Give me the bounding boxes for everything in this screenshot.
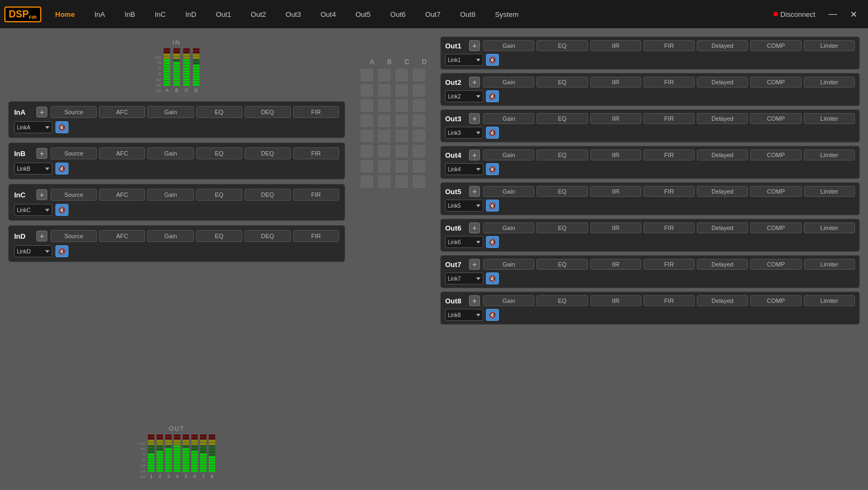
out-proc-btn-out2-delayed[interactable]: Delayed <box>697 77 748 88</box>
proc-btn-ind-deq[interactable]: DEQ <box>245 230 291 242</box>
out-link-select-out3[interactable]: Link1Link2Link3Link4Link5Link6Link7Link8… <box>445 127 483 139</box>
proc-btn-ind-afc[interactable]: AFC <box>99 230 145 242</box>
nav-tab-out4[interactable]: Out4 <box>311 6 346 23</box>
out-proc-btn-out1-eq[interactable]: EQ <box>536 40 588 51</box>
out-mute-btn-out1[interactable]: 🔇 <box>486 54 499 66</box>
out-proc-btn-out7-limiter[interactable]: Limiter <box>804 259 855 270</box>
proc-btn-inb-deq[interactable]: DEQ <box>245 147 291 159</box>
proc-btn-ind-source[interactable]: Source <box>51 230 97 242</box>
out-proc-btn-out6-eq[interactable]: EQ <box>536 222 588 233</box>
out-proc-btn-out3-delayed[interactable]: Delayed <box>697 113 748 124</box>
matrix-cell-3-3[interactable] <box>412 114 426 128</box>
proc-btn-inc-deq[interactable]: DEQ <box>245 189 291 201</box>
out-proc-btn-out1-limiter[interactable]: Limiter <box>804 40 855 51</box>
matrix-cell-5-1[interactable] <box>377 144 391 158</box>
proc-btn-inb-eq[interactable]: EQ <box>196 147 242 159</box>
mute-btn-ind[interactable]: 🔇 <box>55 245 68 257</box>
out-proc-btn-out4-gain[interactable]: Gain <box>483 150 534 160</box>
proc-btn-ind-eq[interactable]: EQ <box>196 230 242 242</box>
matrix-cell-6-3[interactable] <box>412 159 426 173</box>
out-proc-btn-out5-comp[interactable]: COMP <box>750 186 801 197</box>
mute-btn-ina[interactable]: 🔇 <box>55 121 68 133</box>
out-proc-btn-out8-limiter[interactable]: Limiter <box>804 295 855 306</box>
out-plus-out1[interactable]: + <box>469 40 480 51</box>
nav-tab-ind[interactable]: InD <box>176 6 206 23</box>
out-proc-btn-out2-comp[interactable]: COMP <box>750 77 801 88</box>
matrix-cell-1-3[interactable] <box>412 83 426 97</box>
out-proc-btn-out7-eq[interactable]: EQ <box>536 259 588 270</box>
out-proc-btn-out8-delayed[interactable]: Delayed <box>697 295 748 306</box>
matrix-cell-7-3[interactable] <box>412 175 426 189</box>
minimize-button[interactable]: — <box>822 7 844 21</box>
out-proc-btn-out5-delayed[interactable]: Delayed <box>697 186 748 197</box>
out-proc-btn-out5-fir[interactable]: FIR <box>644 186 695 197</box>
out-proc-btn-out6-fir[interactable]: FIR <box>644 222 695 233</box>
out-proc-btn-out6-delayed[interactable]: Delayed <box>697 222 748 233</box>
disconnect-button[interactable]: Disconnect <box>767 7 822 22</box>
out-proc-btn-out6-gain[interactable]: Gain <box>483 222 534 233</box>
out-proc-btn-out3-eq[interactable]: EQ <box>536 113 588 124</box>
out-proc-btn-out6-iir[interactable]: IIR <box>590 222 641 233</box>
out-proc-btn-out4-delayed[interactable]: Delayed <box>697 150 748 160</box>
out-proc-btn-out3-comp[interactable]: COMP <box>750 113 801 124</box>
out-proc-btn-out5-gain[interactable]: Gain <box>483 186 534 197</box>
nav-tab-out7[interactable]: Out7 <box>415 6 450 23</box>
strip-plus-inc[interactable]: + <box>36 189 47 200</box>
nav-tab-home[interactable]: Home <box>46 6 85 23</box>
out-link-select-out4[interactable]: Link1Link2Link3Link4Link5Link6Link7Link8… <box>445 163 483 175</box>
out-proc-btn-out3-limiter[interactable]: Limiter <box>804 113 855 124</box>
out-proc-btn-out2-limiter[interactable]: Limiter <box>804 77 855 88</box>
out-proc-btn-out8-iir[interactable]: IIR <box>590 295 641 306</box>
proc-btn-ind-gain[interactable]: Gain <box>147 230 193 242</box>
out-mute-btn-out3[interactable]: 🔇 <box>486 127 499 139</box>
out-plus-out2[interactable]: + <box>469 77 480 88</box>
matrix-cell-7-2[interactable] <box>395 175 409 189</box>
nav-tab-out5[interactable]: Out5 <box>346 6 380 23</box>
strip-plus-inb[interactable]: + <box>36 148 47 159</box>
matrix-cell-7-1[interactable] <box>377 175 391 189</box>
matrix-cell-7-0[interactable] <box>360 175 374 189</box>
mute-btn-inc[interactable]: 🔇 <box>55 204 68 216</box>
nav-tab-out1[interactable]: Out1 <box>206 6 241 23</box>
nav-tab-inb[interactable]: InB <box>115 6 145 23</box>
out-plus-out5[interactable]: + <box>469 186 480 197</box>
out-link-select-out7[interactable]: Link1Link2Link3Link4Link5Link6Link7Link8… <box>445 272 483 284</box>
nav-tab-ina[interactable]: InA <box>85 6 115 23</box>
matrix-cell-2-3[interactable] <box>412 98 426 113</box>
out-proc-btn-out7-fir[interactable]: FIR <box>644 259 695 270</box>
matrix-cell-4-2[interactable] <box>395 129 409 143</box>
matrix-cell-4-1[interactable] <box>377 129 391 143</box>
proc-btn-ina-gain[interactable]: Gain <box>147 106 193 118</box>
out-mute-btn-out7[interactable]: 🔇 <box>486 272 499 284</box>
strip-plus-ina[interactable]: + <box>36 107 47 117</box>
matrix-cell-1-1[interactable] <box>377 83 391 97</box>
out-proc-btn-out2-gain[interactable]: Gain <box>483 77 534 88</box>
matrix-cell-0-0[interactable] <box>360 68 374 82</box>
proc-btn-ind-fir[interactable]: FIR <box>293 230 339 242</box>
matrix-cell-6-1[interactable] <box>377 159 391 173</box>
matrix-cell-3-0[interactable] <box>360 114 374 128</box>
out-proc-btn-out7-gain[interactable]: Gain <box>483 259 534 270</box>
out-plus-out8[interactable]: + <box>469 295 480 306</box>
out-proc-btn-out8-gain[interactable]: Gain <box>483 295 534 306</box>
out-proc-btn-out2-iir[interactable]: IIR <box>590 77 641 88</box>
link-select-ind[interactable]: LinkDNone <box>14 245 52 257</box>
strip-plus-ind[interactable]: + <box>36 231 47 241</box>
proc-btn-inc-eq[interactable]: EQ <box>196 189 242 201</box>
out-plus-out3[interactable]: + <box>469 113 480 124</box>
link-select-inc[interactable]: LinkCNone <box>14 204 52 216</box>
out-mute-btn-out4[interactable]: 🔇 <box>486 163 499 175</box>
out-proc-btn-out7-comp[interactable]: COMP <box>750 259 801 270</box>
matrix-cell-2-2[interactable] <box>395 98 409 113</box>
out-proc-btn-out3-fir[interactable]: FIR <box>644 113 695 124</box>
proc-btn-inc-fir[interactable]: FIR <box>293 189 339 201</box>
link-select-ina[interactable]: LinkANoneLinkB <box>14 121 52 133</box>
out-plus-out7[interactable]: + <box>469 259 480 270</box>
out-mute-btn-out8[interactable]: 🔇 <box>486 309 499 321</box>
proc-btn-ina-eq[interactable]: EQ <box>196 106 242 118</box>
matrix-cell-2-0[interactable] <box>360 98 374 113</box>
proc-btn-inc-gain[interactable]: Gain <box>147 189 193 201</box>
matrix-cell-5-3[interactable] <box>412 144 426 158</box>
out-proc-btn-out6-limiter[interactable]: Limiter <box>804 222 855 233</box>
out-proc-btn-out2-fir[interactable]: FIR <box>644 77 695 88</box>
